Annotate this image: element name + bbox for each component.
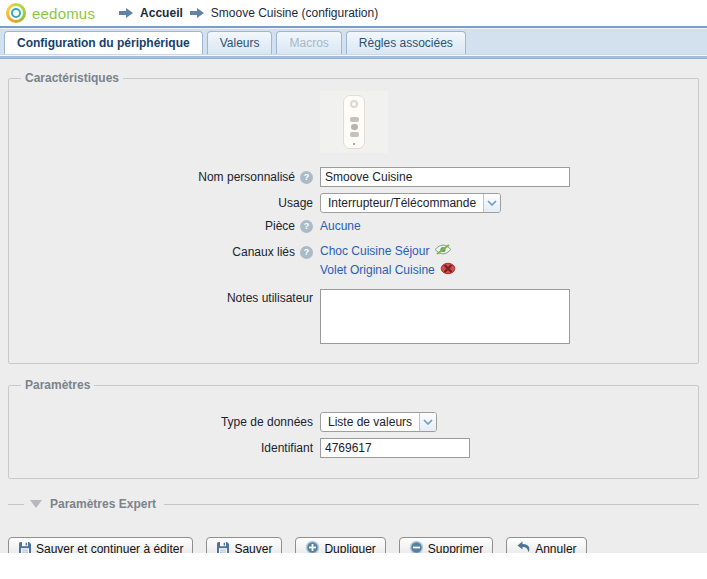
- duplicate-button[interactable]: Dupliquer: [295, 537, 385, 553]
- usage-label: Usage: [278, 196, 313, 210]
- eye-hidden-icon[interactable]: [440, 262, 456, 278]
- linked-channel-row: Volet Original Cuisine: [320, 262, 456, 278]
- section-caracteristiques-legend: Caractéristiques: [21, 71, 123, 85]
- linked-channel-row: Choc Cuisine Séjour: [320, 243, 456, 259]
- breadcrumb-arrow-icon: [119, 8, 133, 18]
- piece-link[interactable]: Aucune: [320, 219, 361, 233]
- canaux-lies-label: Canaux liés: [232, 245, 295, 259]
- tab-bar: Configuration du périphérique Valeurs Ma…: [0, 28, 707, 54]
- section-parametres-expert-legend: Paramètres Expert: [50, 497, 156, 511]
- help-icon[interactable]: [300, 220, 313, 233]
- section-parametres-legend: Paramètres: [21, 378, 94, 392]
- save-and-continue-button[interactable]: Sauver et continuer à éditer: [8, 537, 193, 553]
- breadcrumb-accueil[interactable]: Accueil: [140, 6, 183, 20]
- save-button[interactable]: Sauver: [206, 537, 282, 553]
- eedomus-logo[interactable]: eedomus: [6, 3, 95, 23]
- usage-select[interactable]: Interrupteur/Télécommande: [320, 193, 501, 213]
- main-content: Caractéristiques Nom personnalis: [0, 59, 707, 553]
- chevron-down-icon: [483, 194, 500, 212]
- plus-circle-icon: [305, 540, 320, 553]
- cancel-button[interactable]: Annuler: [506, 537, 586, 553]
- eedomus-logo-icon: [6, 3, 26, 23]
- logo-text: eedomus: [32, 5, 95, 22]
- canal-volet-original-cuisine-link[interactable]: Volet Original Cuisine: [320, 263, 435, 277]
- delete-button[interactable]: Supprimer: [399, 537, 493, 553]
- eye-visible-icon[interactable]: [434, 243, 452, 259]
- nom-personnalise-input[interactable]: [320, 167, 570, 187]
- tab-configuration[interactable]: Configuration du périphérique: [4, 31, 203, 54]
- usage-select-value: Interrupteur/Télécommande: [321, 196, 483, 210]
- type-de-donnees-select-value: Liste de valeurs: [321, 415, 419, 429]
- save-icon: [18, 541, 32, 554]
- device-image: [320, 91, 388, 153]
- identifiant-label: Identifiant: [261, 441, 313, 455]
- section-parametres: Paramètres Type de données Liste de vale…: [8, 378, 699, 479]
- remote-control-illustration: [343, 95, 365, 149]
- undo-icon: [516, 541, 531, 553]
- save-icon: [216, 541, 230, 554]
- app-header: eedomus Accueil Smoove Cuisine (configur…: [0, 0, 707, 28]
- notes-utilisateur-textarea[interactable]: [320, 289, 570, 344]
- expand-triangle-icon[interactable]: [30, 500, 42, 508]
- tab-regles-associees[interactable]: Règles associées: [346, 31, 466, 54]
- section-parametres-expert-toggle[interactable]: Paramètres Expert: [8, 497, 699, 511]
- help-icon[interactable]: [300, 246, 313, 259]
- identifiant-input[interactable]: [320, 438, 470, 458]
- piece-label: Pièce: [265, 219, 295, 233]
- canal-choc-cuisine-sejour-link[interactable]: Choc Cuisine Séjour: [320, 244, 429, 258]
- type-de-donnees-select[interactable]: Liste de valeurs: [320, 412, 437, 432]
- breadcrumb-arrow-icon: [190, 8, 204, 18]
- nom-personnalise-label: Nom personnalisé: [198, 170, 295, 184]
- tab-macros: Macros: [276, 31, 341, 54]
- notes-utilisateur-label: Notes utilisateur: [227, 291, 313, 305]
- type-de-donnees-label: Type de données: [221, 415, 313, 429]
- help-icon[interactable]: [300, 171, 313, 184]
- action-button-row: Sauver et continuer à éditer Sauver: [8, 537, 699, 553]
- breadcrumb-current-page: Smoove Cuisine (configuration): [211, 6, 378, 20]
- chevron-down-icon: [419, 413, 436, 431]
- minus-circle-icon: [409, 540, 424, 553]
- section-caracteristiques: Caractéristiques Nom personnalis: [8, 71, 699, 364]
- breadcrumb: Accueil Smoove Cuisine (configuration): [119, 6, 378, 20]
- tab-valeurs[interactable]: Valeurs: [207, 31, 273, 54]
